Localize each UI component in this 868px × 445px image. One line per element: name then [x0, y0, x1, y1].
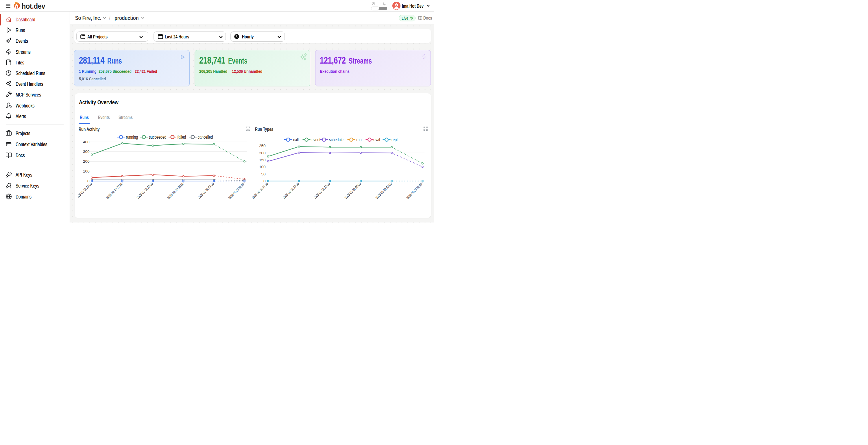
svg-text:failed: failed	[177, 135, 186, 140]
svg-text:schedule: schedule	[329, 137, 343, 142]
svg-text:100: 100	[259, 165, 266, 169]
svg-text:cancelled: cancelled	[197, 135, 213, 140]
svg-text:succeeded: succeeded	[149, 135, 166, 140]
svg-text:run: run	[356, 137, 362, 142]
svg-text:400: 400	[83, 140, 89, 144]
svg-text:running: running	[126, 135, 138, 140]
svg-text:event: event	[311, 137, 320, 142]
svg-text:2026-02-20 01:00: 2026-02-20 01:00	[374, 182, 392, 200]
svg-text:200: 200	[83, 160, 89, 164]
svg-text:250: 250	[259, 144, 266, 148]
svg-text:2026-02-19 21:00: 2026-02-19 21:00	[251, 182, 269, 200]
svg-text:200: 200	[259, 151, 266, 155]
svg-text:2026-02-19 23:00: 2026-02-19 23:00	[136, 182, 154, 200]
svg-text:2026-02-20 02:00*: 2026-02-20 02:00*	[405, 182, 423, 200]
svg-text:2026-02-20 00:00: 2026-02-20 00:00	[344, 182, 362, 200]
svg-text:2026-02-20 02:00*: 2026-02-20 02:00*	[227, 182, 245, 200]
svg-text:2026-02-20 00:00: 2026-02-20 00:00	[166, 182, 184, 200]
svg-text:50: 50	[261, 172, 266, 176]
svg-text:eval: eval	[373, 137, 380, 142]
svg-text:100: 100	[83, 169, 89, 173]
svg-text:repl: repl	[392, 137, 398, 142]
svg-text:call: call	[293, 137, 299, 142]
svg-text:300: 300	[83, 150, 89, 154]
svg-text:150: 150	[259, 158, 266, 162]
svg-text:2026-02-19 22:00: 2026-02-19 22:00	[282, 182, 300, 200]
svg-text:2026-02-19 23:00: 2026-02-19 23:00	[313, 182, 331, 200]
svg-text:2026-02-20 01:00: 2026-02-20 01:00	[197, 182, 215, 200]
svg-text:2026-02-19 22:00: 2026-02-19 22:00	[105, 182, 123, 200]
